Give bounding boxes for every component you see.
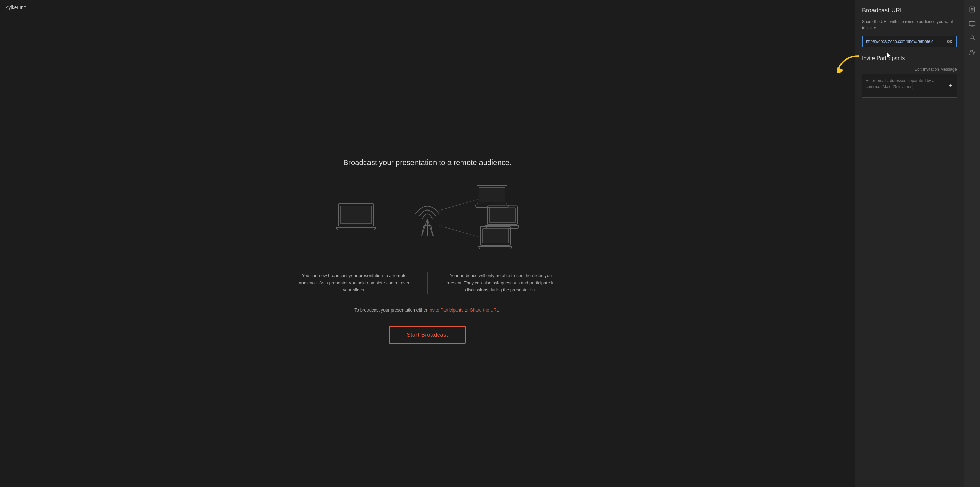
invite-line-or: or — [463, 308, 470, 313]
company-name: Zylker Inc. — [5, 5, 27, 10]
notes-icon — [969, 6, 975, 13]
person-add-icon — [969, 49, 975, 56]
descriptions: You can now broadcast your presentation … — [295, 273, 560, 293]
desc-right: Your audience will only be able to see t… — [441, 273, 560, 293]
right-sidebar: Broadcast URL Share the URL with the rem… — [855, 0, 964, 487]
invite-line: To broadcast your presentation either In… — [354, 308, 500, 313]
broadcast-url-desc: Share the URL with the remote audience y… — [862, 19, 957, 31]
invite-participants-link[interactable]: Invite Participants — [429, 308, 464, 313]
email-input[interactable] — [862, 74, 944, 97]
url-row — [862, 36, 957, 47]
screen-share-icon-button[interactable] — [966, 18, 978, 30]
desc-divider — [427, 273, 428, 293]
broadcast-tower — [409, 195, 446, 241]
start-broadcast-button[interactable]: Start Broadcast — [389, 326, 466, 344]
email-input-row: + — [862, 74, 957, 98]
svg-rect-5 — [340, 206, 371, 224]
edit-invitation-link[interactable]: Edit Invitation Message — [862, 67, 957, 72]
plus-icon: + — [948, 82, 953, 90]
notes-icon-button[interactable] — [966, 3, 978, 16]
main-headline: Broadcast your presentation to a remote … — [343, 158, 511, 167]
add-email-button[interactable]: + — [944, 74, 956, 97]
svg-line-9 — [422, 219, 427, 236]
broadcast-url-input[interactable] — [862, 36, 943, 47]
laptop-left — [336, 202, 376, 234]
add-person-icon-button[interactable] — [966, 46, 978, 59]
svg-rect-18 — [482, 228, 508, 243]
laptop-right-bottom — [479, 225, 512, 252]
link-icon — [947, 38, 953, 44]
invite-participants-title: Invite Participants — [862, 56, 957, 62]
svg-point-27 — [970, 50, 972, 52]
top-bar: Zylker Inc. — [0, 0, 855, 15]
svg-rect-16 — [489, 208, 515, 223]
screen-icon — [969, 21, 975, 27]
svg-rect-23 — [969, 21, 975, 25]
copy-url-button[interactable] — [943, 36, 956, 47]
desc-left: You can now broadcast your presentation … — [295, 273, 414, 293]
content-center: Broadcast your presentation to a remote … — [0, 15, 855, 487]
broadcast-url-title: Broadcast URL — [862, 7, 957, 14]
broadcast-illustration — [325, 181, 530, 255]
side-icon-bar — [964, 0, 980, 487]
sidebar-panel: Broadcast URL Share the URL with the rem… — [855, 0, 964, 487]
svg-line-10 — [427, 219, 433, 236]
invite-line-prefix: To broadcast your presentation either — [354, 308, 428, 313]
person-icon — [969, 35, 975, 41]
svg-rect-14 — [479, 187, 505, 202]
svg-point-26 — [971, 36, 973, 38]
share-url-link[interactable]: Share the URL. — [470, 308, 501, 313]
person-icon-button[interactable] — [966, 32, 978, 44]
